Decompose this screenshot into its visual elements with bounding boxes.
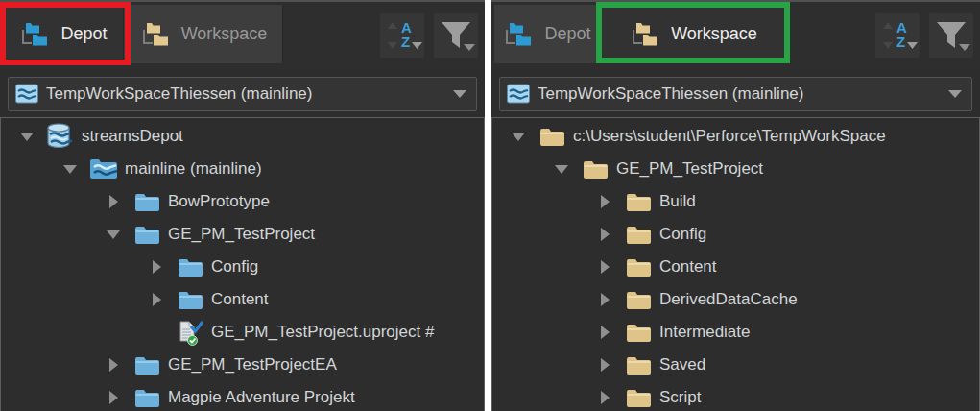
filter-button[interactable] xyxy=(929,13,973,58)
tree-row[interactable]: c:\Users\student\Perforce\TempWorkSpace xyxy=(492,120,979,153)
chevron-down-icon xyxy=(948,90,962,98)
expander-collapsed-icon[interactable] xyxy=(142,260,171,274)
tree-row[interactable]: Magpie Adventure Projekt xyxy=(1,381,484,411)
tree-item-label: Script xyxy=(659,388,701,407)
expander-collapsed-icon[interactable] xyxy=(99,195,128,208)
expander-expanded-icon[interactable] xyxy=(99,230,128,239)
tab-label: Depot xyxy=(60,24,107,44)
tree-item-label: Content xyxy=(211,290,269,309)
tree-row[interactable]: GE_PM_TestProject.uproject # xyxy=(1,316,484,349)
svg-text:Z: Z xyxy=(896,34,905,50)
tree-row[interactable]: Intermediate xyxy=(492,316,979,349)
file-synced-icon xyxy=(171,319,209,346)
folder-blue-icon xyxy=(128,224,166,245)
tree-item-label: GE_PM_TestProject xyxy=(168,225,315,244)
stream-selector[interactable]: TempWorkSpaceThiessen (mainline) xyxy=(8,77,477,111)
tree-toolbar: AZ xyxy=(875,13,980,58)
expander-collapsed-icon[interactable] xyxy=(590,358,619,372)
panel-divider xyxy=(485,0,491,411)
expander-expanded-icon[interactable] xyxy=(56,165,84,174)
tree-row[interactable]: mainline (mainline) xyxy=(1,153,484,185)
stream-icon xyxy=(14,83,39,106)
tab-workspace[interactable]: Workspace xyxy=(124,5,283,63)
tree-item-label: Intermediate xyxy=(659,323,751,342)
folder-blue-icon xyxy=(128,354,166,375)
tree-row[interactable]: Config xyxy=(492,218,979,251)
expander-collapsed-icon[interactable] xyxy=(142,293,171,306)
stream-selector[interactable]: TempWorkSpaceThiessen (mainline) xyxy=(499,77,972,111)
active-tab-underline xyxy=(7,60,119,63)
expander-collapsed-icon[interactable] xyxy=(590,326,619,339)
expander-collapsed-icon[interactable] xyxy=(99,358,128,372)
tree-row[interactable]: Content xyxy=(492,251,979,283)
depot-tree-icon xyxy=(18,20,49,49)
tree-row[interactable]: DerivedDataCache xyxy=(492,283,979,316)
folder-tan-icon xyxy=(619,191,657,212)
tree-row[interactable]: Build xyxy=(492,185,979,218)
tree-row[interactable]: Saved xyxy=(492,349,979,381)
tree-item-label: Config xyxy=(211,257,258,277)
svg-text:Z: Z xyxy=(401,34,410,50)
tree-row[interactable]: streamsDepot xyxy=(1,120,484,153)
tab-workspace[interactable]: Workspace xyxy=(600,5,787,63)
tree-row[interactable]: GE_PM_TestProjectEA xyxy=(1,349,484,381)
sort-button[interactable]: AZ xyxy=(380,13,424,58)
folder-tan-icon xyxy=(576,158,614,180)
tree-row[interactable]: GE_PM_TestProject xyxy=(1,218,484,251)
tree-row[interactable]: Config xyxy=(1,251,484,283)
tree-item-label: BowPrototype xyxy=(168,192,270,211)
tab-label: Depot xyxy=(544,24,590,44)
tree-item-label: mainline (mainline) xyxy=(125,159,262,179)
tree-row[interactable]: GE_PM_TestProject xyxy=(492,153,979,185)
tab-depot[interactable]: Depot xyxy=(494,5,600,63)
folder-tan-icon xyxy=(619,289,657,310)
tab-label: Workspace xyxy=(671,24,757,44)
folder-tan-icon xyxy=(619,354,657,375)
sort-az-icon: AZ xyxy=(875,13,920,58)
expander-collapsed-icon[interactable] xyxy=(590,260,619,274)
filter-icon xyxy=(929,13,973,58)
active-tab-underline xyxy=(604,60,782,63)
tree-item-label: Config xyxy=(659,225,706,244)
sort-az-icon: AZ xyxy=(380,13,424,58)
expander-collapsed-icon[interactable] xyxy=(99,391,128,404)
stream-selector-value: TempWorkSpaceThiessen (mainline) xyxy=(538,85,803,104)
depot-icon xyxy=(41,122,80,151)
expander-expanded-icon[interactable] xyxy=(12,133,41,141)
folder-tan-icon xyxy=(533,126,571,147)
tree-item-label: Magpie Adventure Projekt xyxy=(168,388,355,407)
workspace-tree-icon xyxy=(629,20,659,49)
expander-collapsed-icon[interactable] xyxy=(590,228,619,241)
tree-row[interactable]: Content xyxy=(1,283,484,316)
tree-row[interactable]: Script xyxy=(492,381,979,411)
depot-file-tree: streamsDepotmainline (mainline)BowProtot… xyxy=(0,117,485,411)
tab-bar: Depot Workspace AZ xyxy=(0,2,485,69)
expander-collapsed-icon[interactable] xyxy=(590,391,619,404)
folder-blue-icon xyxy=(171,289,209,310)
tree-item-label: streamsDepot xyxy=(82,127,183,146)
stream-icon xyxy=(506,83,531,106)
expander-collapsed-icon[interactable] xyxy=(590,293,619,306)
tree-item-label: DerivedDataCache xyxy=(659,290,798,309)
tree-row[interactable]: BowPrototype xyxy=(1,185,484,218)
tab-depot[interactable]: Depot xyxy=(3,5,124,63)
folder-tan-icon xyxy=(619,224,657,245)
folder-tan-icon xyxy=(619,387,657,408)
tab-bar: Depot Workspace AZ xyxy=(491,2,980,69)
expander-expanded-icon[interactable] xyxy=(504,133,533,141)
workspace-tree-icon xyxy=(139,20,170,49)
depot-panel: Depot Workspace AZ xyxy=(0,0,485,411)
sort-button[interactable]: AZ xyxy=(875,13,920,58)
expander-expanded-icon[interactable] xyxy=(547,165,576,174)
stream-selector-value: TempWorkSpaceThiessen (mainline) xyxy=(46,85,312,104)
folder-blue-icon xyxy=(171,256,209,278)
expander-collapsed-icon[interactable] xyxy=(590,195,619,208)
tree-item-label: Build xyxy=(659,192,696,211)
filter-button[interactable] xyxy=(434,13,478,58)
folder-tan-icon xyxy=(619,256,657,278)
folder-tan-icon xyxy=(619,322,657,343)
tree-item-label: GE_PM_TestProjectEA xyxy=(168,355,337,375)
tree-item-label: GE_PM_TestProject xyxy=(616,159,763,179)
folder-blue-icon xyxy=(128,191,166,212)
depot-tree-icon xyxy=(502,20,533,49)
